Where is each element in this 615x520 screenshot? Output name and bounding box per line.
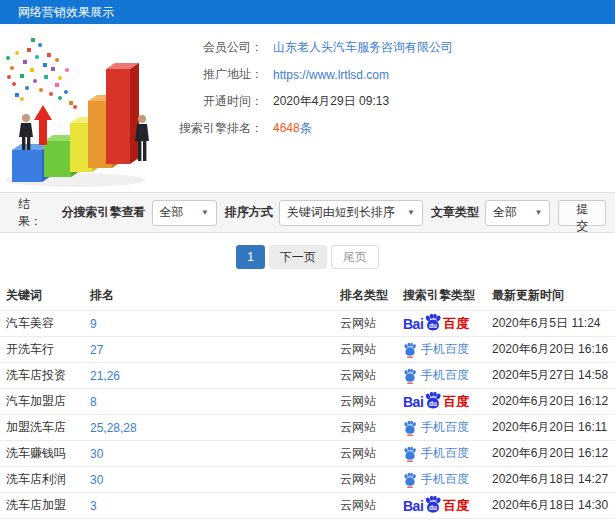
member-company-link[interactable]: 山东老人头汽车服务咨询有限公司 xyxy=(273,39,453,56)
baidu-mobile-logo: 手机百度 xyxy=(403,471,469,488)
baidu-cn-text: 百度 xyxy=(443,315,469,333)
header-rank-type: 排名类型 xyxy=(340,287,403,304)
rank-type-cell: 云网站 xyxy=(340,471,403,488)
header-rank: 排名 xyxy=(90,287,340,304)
info-section: 会员公司： 山东老人头汽车服务咨询有限公司 推广地址： https://www.… xyxy=(0,24,615,192)
rank-type-cell: 云网站 xyxy=(340,393,403,410)
table-header-row: 关键词 排名 排名类型 搜索引擎类型 最新更新时间 xyxy=(0,281,615,311)
marketing-chart-illustration xyxy=(0,24,175,192)
keyword-cell: 开洗车行 xyxy=(0,341,90,358)
keyword-cell: 加盟洗车店 xyxy=(0,419,90,436)
update-time-cell: 2020年5月27日 14:58 xyxy=(492,367,615,384)
rank-type-cell: 云网站 xyxy=(340,367,403,384)
header-engine-type: 搜索引擎类型 xyxy=(403,287,492,304)
engine-rank-label: 搜索引擎排名： xyxy=(175,120,263,137)
open-time-value: 2020年4月29日 09:13 xyxy=(273,93,389,110)
member-company-label: 会员公司： xyxy=(175,39,263,56)
bar-chart-illustration xyxy=(0,24,175,192)
filter-bar: 结果： 分搜索引擎查看 全部 ▼ 排序方式 关键词由短到长排序 ▼ 文章类型 全… xyxy=(0,192,615,233)
keyword-cell: 洗车店投资 xyxy=(0,367,90,384)
baidu-paw-icon: du xyxy=(424,495,442,513)
keyword-cell: 洗车店利润 xyxy=(0,471,90,488)
table-row: 开洗车行 27 云网站 手机百度 2020年6月20日 16:16 xyxy=(0,337,615,363)
rank-type-cell: 云网站 xyxy=(340,341,403,358)
keyword-cell: 汽车美容 xyxy=(0,315,90,332)
baidu-cn-text: 百度 xyxy=(443,497,469,515)
mobile-baidu-text: 手机百度 xyxy=(421,341,469,358)
confetti-dots xyxy=(6,38,77,109)
info-row-rank: 搜索引擎排名： 4648条 xyxy=(175,115,615,142)
engine-select-value: 全部 xyxy=(160,204,184,221)
update-time-cell: 2020年6月20日 16:12 xyxy=(492,393,615,410)
baidu-mobile-logo: 手机百度 xyxy=(403,419,469,436)
info-row-url: 推广地址： https://www.lrtlsd.com xyxy=(175,61,615,88)
keyword-cell: 洗车赚钱吗 xyxy=(0,445,90,462)
update-time-cell: 2020年6月18日 14:30 xyxy=(492,497,615,514)
baidu-cn-text: 百度 xyxy=(443,393,469,411)
result-label: 结果： xyxy=(18,196,54,230)
header-bar: 网络营销效果展示 xyxy=(0,0,615,24)
page-button-current[interactable]: 1 xyxy=(236,245,265,269)
mobile-baidu-text: 手机百度 xyxy=(421,471,469,488)
svg-text:du: du xyxy=(429,321,437,328)
mobile-baidu-paw-icon xyxy=(403,420,417,436)
rank-link[interactable]: 3 xyxy=(90,499,97,513)
promotion-url-link[interactable]: https://www.lrtlsd.com xyxy=(273,68,389,82)
rank-type-cell: 云网站 xyxy=(340,315,403,332)
promotion-url-label: 推广地址： xyxy=(175,66,263,83)
rank-link[interactable]: 27 xyxy=(90,343,103,357)
mobile-baidu-paw-icon xyxy=(403,472,417,488)
rank-link[interactable]: 21,26 xyxy=(90,369,120,383)
baidu-bai-text: Bai xyxy=(403,394,423,410)
svg-text:du: du xyxy=(429,399,437,406)
keyword-cell: 洗车店加盟 xyxy=(0,497,90,514)
engine-select[interactable]: 全部 ▼ xyxy=(152,200,217,226)
baidu-mobile-logo: 手机百度 xyxy=(403,341,469,358)
article-type-label: 文章类型 xyxy=(431,204,479,221)
svg-text:du: du xyxy=(429,503,437,510)
sort-select-value: 关键词由短到长排序 xyxy=(287,204,395,221)
page-button-last[interactable]: 尾页 xyxy=(331,245,379,269)
engine-filter-label: 分搜索引擎查看 xyxy=(62,204,146,221)
table-row: 洗车店加盟 3 云网站 Baidu百度 2020年6月18日 14:30 xyxy=(0,493,615,519)
update-time-cell: 2020年6月20日 16:11 xyxy=(492,419,615,436)
rank-count: 4648 xyxy=(273,121,300,135)
page-title: 网络营销效果展示 xyxy=(18,5,114,19)
results-table: 关键词 排名 排名类型 搜索引擎类型 最新更新时间 汽车美容 9 云网站 Bai… xyxy=(0,281,615,519)
open-time-label: 开通时间： xyxy=(175,93,263,110)
engine-rank-value[interactable]: 4648条 xyxy=(273,120,312,137)
keyword-cell: 汽车加盟店 xyxy=(0,393,90,410)
rank-link[interactable]: 30 xyxy=(90,447,103,461)
update-time-cell: 2020年6月20日 16:12 xyxy=(492,445,615,462)
baidu-mobile-logo: 手机百度 xyxy=(403,445,469,462)
header-update-time: 最新更新时间 xyxy=(492,287,615,304)
update-time-cell: 2020年6月20日 16:16 xyxy=(492,341,615,358)
rank-link[interactable]: 8 xyxy=(90,395,97,409)
chevron-down-icon: ▼ xyxy=(407,208,415,217)
article-type-select[interactable]: 全部 ▼ xyxy=(485,200,550,226)
mobile-baidu-paw-icon xyxy=(403,446,417,462)
rank-type-cell: 云网站 xyxy=(340,497,403,514)
baidu-logo: Baidu百度 xyxy=(403,315,469,333)
table-row: 洗车店利润 30 云网站 手机百度 2020年6月18日 14:27 xyxy=(0,467,615,493)
info-row-open-time: 开通时间： 2020年4月29日 09:13 xyxy=(175,88,615,115)
rank-type-cell: 云网站 xyxy=(340,419,403,436)
chevron-down-icon: ▼ xyxy=(201,208,209,217)
info-list: 会员公司： 山东老人头汽车服务咨询有限公司 推广地址： https://www.… xyxy=(175,24,615,192)
mobile-baidu-text: 手机百度 xyxy=(421,445,469,462)
table-row: 汽车加盟店 8 云网站 Baidu百度 2020年6月20日 16:12 xyxy=(0,389,615,415)
rank-link[interactable]: 9 xyxy=(90,317,97,331)
baidu-paw-icon: du xyxy=(424,391,442,409)
submit-button[interactable]: 提交 xyxy=(558,200,606,226)
sort-select[interactable]: 关键词由短到长排序 ▼ xyxy=(279,200,423,226)
info-row-member: 会员公司： 山东老人头汽车服务咨询有限公司 xyxy=(175,34,615,61)
rank-link[interactable]: 25,28,28 xyxy=(90,421,137,435)
table-row: 洗车赚钱吗 30 云网站 手机百度 2020年6月20日 16:12 xyxy=(0,441,615,467)
mobile-baidu-paw-icon xyxy=(403,342,417,358)
sort-filter-label: 排序方式 xyxy=(225,204,273,221)
rank-link[interactable]: 30 xyxy=(90,473,103,487)
page-button-next[interactable]: 下一页 xyxy=(269,245,327,269)
mobile-baidu-text: 手机百度 xyxy=(421,419,469,436)
baidu-bai-text: Bai xyxy=(403,316,423,332)
rank-type-cell: 云网站 xyxy=(340,445,403,462)
